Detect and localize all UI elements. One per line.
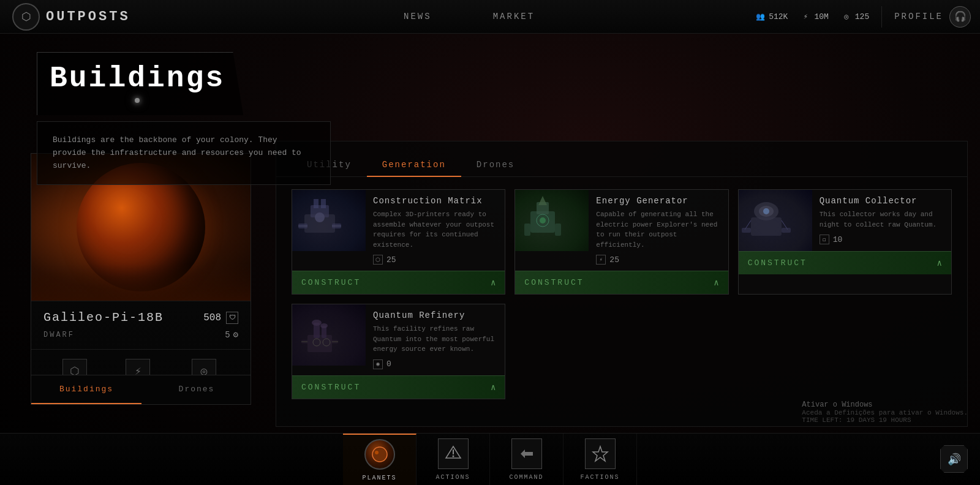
quantum-collector-svg bbox=[739, 190, 794, 245]
card-construction-matrix-title: Construction Matrix bbox=[373, 196, 497, 206]
svg-rect-22 bbox=[742, 228, 751, 233]
quantum-icon: ◎ bbox=[841, 11, 852, 22]
planet-defense-value: 508 bbox=[203, 312, 221, 323]
planet-nav-icon-svg bbox=[371, 445, 389, 464]
card-energy-generator-top: Energy Generator Capable of generating a… bbox=[515, 190, 728, 271]
bottom-navigation: PLANETS ACTIONS COMMAND FACTIONS bbox=[0, 433, 980, 485]
gear-stat: 5 ⚙ bbox=[225, 329, 238, 340]
windows-watermark: Ativar o Windows Aceda a Definições para… bbox=[802, 400, 968, 424]
card-construction-matrix-info: Construction Matrix Complex 3D-printers … bbox=[366, 190, 505, 271]
planet-level: 5 bbox=[225, 330, 230, 340]
left-panel-tabs: Buildings Drones bbox=[31, 375, 251, 404]
card-quantum-collector-info: Quantum Collector This collector works d… bbox=[812, 190, 951, 251]
tab-drones-left[interactable]: Drones bbox=[141, 375, 251, 404]
construct-arrow-quantum-refinery: ∧ bbox=[491, 382, 496, 393]
quantum-refinery-svg bbox=[292, 304, 347, 359]
planet-info: Galileo-Pi-18B 508 🛡 DWARF 5 ⚙ bbox=[31, 301, 251, 349]
svg-point-4 bbox=[315, 212, 325, 222]
card-quantum-refinery: Quantum Refinery This facility refines r… bbox=[292, 304, 505, 399]
app-title: OUTPOSTS bbox=[46, 9, 130, 24]
card-quantum-refinery-top: Quantum Refinery This facility refines r… bbox=[292, 304, 505, 375]
svg-point-27 bbox=[312, 320, 322, 326]
svg-point-19 bbox=[763, 208, 769, 214]
profile-area[interactable]: PROFILE 🎧 bbox=[881, 6, 980, 28]
planet-stats: 508 🛡 bbox=[203, 312, 238, 324]
resource-population: 👥 512K bbox=[755, 11, 788, 22]
watermark-line3: TIME LEFT: 19 DAYS 19 HOURS bbox=[802, 416, 968, 424]
cost-value-energy: 25 bbox=[609, 255, 619, 265]
construct-label-quantum-collector: CONSTRUCT bbox=[748, 258, 807, 268]
title-glow-decoration bbox=[135, 98, 140, 103]
sound-button[interactable]: 🔊 bbox=[940, 445, 968, 473]
bottom-nav-actions[interactable]: ACTIONS bbox=[417, 434, 490, 486]
sound-icon: 🔊 bbox=[948, 453, 961, 466]
logo-area: ⬡ OUTPOSTS bbox=[0, 3, 184, 31]
command-nav-icon-svg bbox=[518, 445, 536, 463]
population-value: 512K bbox=[769, 12, 788, 21]
nav-center: NEWS MARKET bbox=[184, 9, 755, 24]
construct-label-construction: CONSTRUCT bbox=[301, 278, 361, 287]
bottom-nav-factions[interactable]: FACTIONS bbox=[564, 434, 637, 486]
card-quantum-collector-title: Quantum Collector bbox=[820, 196, 944, 206]
actions-icon bbox=[438, 438, 469, 469]
card-energy-generator-image bbox=[515, 190, 589, 251]
card-construction-matrix-desc: Complex 3D-printers ready to assemble wh… bbox=[373, 209, 497, 250]
svg-rect-15 bbox=[555, 224, 561, 236]
defense-icon: 🛡 bbox=[226, 312, 238, 324]
bottom-nav-command[interactable]: COMMAND bbox=[490, 434, 564, 486]
planet-type-row: DWARF 5 ⚙ bbox=[43, 329, 238, 340]
svg-rect-14 bbox=[524, 224, 530, 236]
svg-point-41 bbox=[452, 455, 454, 457]
card-energy-generator-desc: Capable of generating all the electric p… bbox=[596, 209, 720, 250]
buildings-description: Buildings are the backbone of your colon… bbox=[53, 134, 315, 172]
command-icon bbox=[511, 438, 542, 469]
nav-label-planets: PLANETS bbox=[362, 475, 396, 481]
card-quantum-collector-desc: This collector works day and night to co… bbox=[820, 209, 944, 230]
top-navigation: ⬡ OUTPOSTS NEWS MARKET 👥 512K ⚡ 10M ◎ 12… bbox=[0, 0, 980, 34]
card-construction-matrix-image bbox=[292, 190, 366, 251]
bottom-nav-planets[interactable]: PLANETS bbox=[343, 434, 417, 486]
svg-rect-2 bbox=[314, 199, 318, 208]
nav-market[interactable]: MARKET bbox=[487, 9, 541, 24]
construct-button-quantum-collector[interactable]: CONSTRUCT ∧ bbox=[739, 251, 951, 274]
card-quantum-refinery-image bbox=[292, 304, 366, 366]
card-energy-generator: Energy Generator Capable of generating a… bbox=[514, 189, 728, 295]
nav-label-factions: FACTIONS bbox=[580, 474, 619, 481]
page-content: Buildings Buildings are the backbone of … bbox=[0, 34, 980, 433]
construct-button-energy-generator[interactable]: CONSTRUCT ∧ bbox=[515, 271, 728, 294]
page-title: Buildings bbox=[50, 62, 225, 95]
planet-name: Galileo-Pi-18B bbox=[43, 310, 164, 325]
construct-arrow-construction: ∧ bbox=[491, 277, 496, 288]
nav-label-command: COMMAND bbox=[509, 474, 543, 481]
card-quantum-refinery-desc: This facility refines raw Quantum into t… bbox=[373, 324, 497, 355]
svg-rect-3 bbox=[321, 199, 326, 208]
construct-button-quantum-refinery[interactable]: CONSTRUCT ∧ bbox=[292, 375, 505, 399]
planets-icon bbox=[364, 439, 395, 470]
card-energy-generator-cost: ⚡ 25 bbox=[596, 255, 720, 265]
card-energy-generator-title: Energy Generator bbox=[596, 196, 720, 206]
cost-value-quantum-refinery: 0 bbox=[386, 359, 391, 369]
watermark-line1: Ativar o Windows bbox=[802, 400, 968, 409]
actions-nav-icon-svg bbox=[444, 445, 462, 463]
card-quantum-refinery-title: Quantum Refinery bbox=[373, 310, 497, 320]
card-quantum-collector-cost: ◻ 10 bbox=[820, 235, 944, 244]
resource-quantum: ◎ 125 bbox=[841, 11, 869, 22]
nav-news[interactable]: NEWS bbox=[398, 9, 438, 24]
construct-button-construction-matrix[interactable]: CONSTRUCT ∧ bbox=[292, 271, 505, 294]
factions-nav-icon-svg bbox=[591, 445, 609, 463]
cost-value-construction: 25 bbox=[386, 255, 396, 265]
svg-point-28 bbox=[320, 323, 328, 328]
logo-icon: ⬡ bbox=[12, 3, 40, 31]
svg-point-38 bbox=[375, 451, 379, 454]
tab-buildings[interactable]: Buildings bbox=[31, 375, 141, 404]
construct-label-quantum-refinery: CONSTRUCT bbox=[301, 383, 361, 392]
nav-label-actions: ACTIONS bbox=[435, 474, 470, 481]
card-quantum-refinery-info: Quantum Refinery This facility refines r… bbox=[366, 304, 505, 375]
energy-icon: ⚡ bbox=[800, 11, 811, 22]
buildings-title-box: Buildings bbox=[37, 52, 243, 115]
buildings-header: Buildings Buildings are the backbone of … bbox=[37, 52, 698, 185]
card-quantum-collector-image bbox=[739, 190, 812, 251]
planet-type: DWARF bbox=[43, 331, 75, 339]
factions-icon bbox=[585, 438, 616, 469]
construct-label-energy: CONSTRUCT bbox=[524, 278, 584, 287]
